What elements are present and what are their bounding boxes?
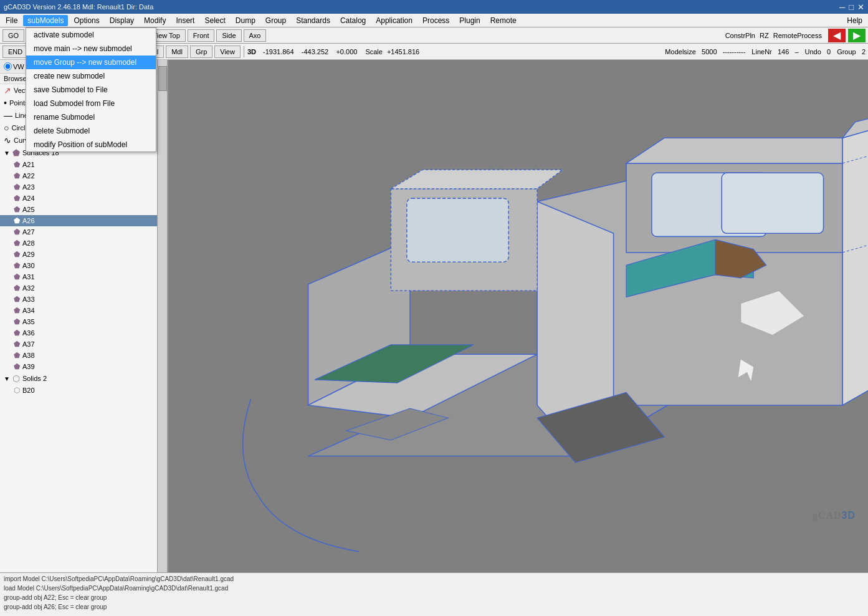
menu-help[interactable]: Help [842,15,867,26]
menu-insert[interactable]: Insert [171,15,199,26]
tree-item-a25[interactable]: ⬟ A25 [0,204,167,215]
menu-catalog[interactable]: Catalog [336,15,370,26]
menu-application[interactable]: Application [371,15,417,26]
go-button[interactable]: GO [2,29,24,42]
tree-item-a23[interactable]: ⬟ A23 [0,181,167,193]
tree-item-a24[interactable]: ⬟ A24 [0,193,167,204]
solid-group-icon: ⬡ [12,373,20,383]
tree-item-a37[interactable]: ⬟ A37 [0,339,167,350]
modelsize-label: Modelsize 5000 ---------- [665,48,745,55]
dropdown-move-group[interactable]: move Group --> new submodel [26,55,156,69]
watermark: gCAD3D [813,506,856,522]
tree-item-a33[interactable]: ⬟ A33 [0,294,167,305]
collapse-icon: ▼ [4,150,10,156]
rz-label: RZ [760,32,769,39]
surface-icon-a28: ⬟ [14,239,20,248]
menu-group[interactable]: Group [261,15,290,26]
mdl-button[interactable]: Mdl [166,46,188,58]
surface-icon-a31: ⬟ [14,272,20,281]
surface-icon-a22: ⬟ [14,171,20,180]
separator4 [244,46,244,57]
dropdown-activate-submodel[interactable]: activate submodel [26,28,156,42]
log-line-4: group-add obj A26; Esc = clear group [4,602,864,612]
dropdown-move-main[interactable]: move main --> new submodel [26,42,156,55]
axo-button[interactable]: Axo [244,29,267,42]
vector-icon: ↗ [4,85,11,95]
menu-file[interactable]: File [1,15,22,26]
menu-remote[interactable]: Remote [486,15,521,26]
tree-item-a30[interactable]: ⬟ A30 [0,260,167,271]
tree-item-a29[interactable]: ⬟ A29 [0,249,167,260]
front-button[interactable]: Front [188,29,215,42]
dropdown-rename-submodel[interactable]: rename Submodel [26,110,156,124]
close-button[interactable]: ✕ [857,2,864,12]
tree-item-a27[interactable]: ⬟ A27 [0,226,167,238]
svg-rect-10 [722,173,823,233]
point-icon: • [4,98,7,108]
surface-icon-a39: ⬟ [14,362,20,371]
view2-button[interactable]: View [214,46,241,58]
tree-item-a32[interactable]: ⬟ A32 [0,282,167,294]
dropdown-save-submodel[interactable]: save Submodel to File [26,83,156,97]
menubar: File subModels Options Display Modify In… [0,14,868,27]
end-button[interactable]: END [2,46,28,58]
mode-3d-label: 3D [247,48,256,55]
menu-standards[interactable]: Standards [292,15,335,26]
surface-icon-a30: ⬟ [14,261,20,270]
vw-radio[interactable] [4,62,12,70]
menu-display[interactable]: Display [105,15,138,26]
line-icon: — [4,110,12,120]
menu-dump[interactable]: Dump [231,15,260,26]
side-button[interactable]: Side [216,29,241,42]
vertical-scrollbar[interactable] [157,60,167,572]
menu-submodels[interactable]: subModels [23,15,68,26]
menu-select[interactable]: Select [200,15,229,26]
maximize-button[interactable]: □ [849,2,854,12]
solid-icon-b20: ⬡ [14,386,20,395]
3d-model-canvas[interactable] [168,60,868,572]
canvas-area[interactable]: gCAD3D [168,60,868,572]
dropdown-create-new[interactable]: create new submodel [26,69,156,83]
minimize-button[interactable]: ─ [839,2,845,12]
tree-item-a34[interactable]: ⬟ A34 [0,305,167,316]
tree-item-a31[interactable]: ⬟ A31 [0,271,167,282]
tree-item-a39[interactable]: ⬟ A39 [0,361,167,372]
surface-icon-a33: ⬟ [14,295,20,304]
log-line-3: group-add obj A22; Esc = clear group [4,593,864,602]
tree-item-a36[interactable]: ⬟ A36 [0,327,167,339]
nav-forward-button[interactable]: ▶ [848,29,866,42]
tree-item-a22[interactable]: ⬟ A22 [0,170,167,181]
titlebar-title: gCAD3D Version 2.46.18 Mdl: Renault1 Dir… [4,3,153,11]
dropdown-modify-position[interactable]: modify Position of subModel [26,138,156,152]
tree-item-a28[interactable]: ⬟ A28 [0,238,167,249]
tree-item-a26[interactable]: ⬟ A26 [0,215,167,226]
tree-item-solids-group[interactable]: ▼ ⬡ Solids 2 [0,372,167,385]
curve-icon: ∿ [4,135,11,145]
surface-icon-a21: ⬟ [14,160,20,169]
surface-icon-a37: ⬟ [14,340,20,349]
grp-button[interactable]: Grp [190,46,212,58]
vw-radio-label[interactable]: VW [4,62,24,70]
titlebar: gCAD3D Version 2.46.18 Mdl: Renault1 Dir… [0,0,868,14]
nav-back-button[interactable]: ◀ [828,29,846,42]
coords-display: -1931.864 -443.252 +0.000 [263,48,357,55]
scrollbar-thumb[interactable] [158,66,167,91]
statusbar: import Model C:\Users\SoftpediaPC\AppDat… [0,572,868,616]
window-controls[interactable]: ─ □ ✕ [839,2,864,12]
menu-plugin[interactable]: Plugin [455,15,484,26]
tree-item-a21[interactable]: ⬟ A21 [0,159,167,170]
tree-item-a38[interactable]: ⬟ A38 [0,350,167,361]
menu-process[interactable]: Process [418,15,454,26]
tree-item-b20[interactable]: ⬡ B20 [0,385,167,396]
surface-icon-a24: ⬟ [14,194,20,203]
tree-item-a35[interactable]: ⬟ A35 [0,316,167,327]
menu-options[interactable]: Options [69,15,103,26]
surface-icon-a32: ⬟ [14,284,20,292]
dropdown-delete-submodel[interactable]: delete Submodel [26,124,156,138]
dropdown-load-submodel[interactable]: load Submodel from File [26,97,156,110]
menu-modify[interactable]: Modify [140,15,170,26]
info-panel-right: ConstrPln RZ RemoteProcess ◀ ▶ [725,29,866,42]
surface-icon-a29: ⬟ [14,250,20,259]
log-line-2: load Model C:\Users\SoftpediaPC\AppData\… [4,584,864,593]
scale-value: +1451.816 [387,48,419,55]
